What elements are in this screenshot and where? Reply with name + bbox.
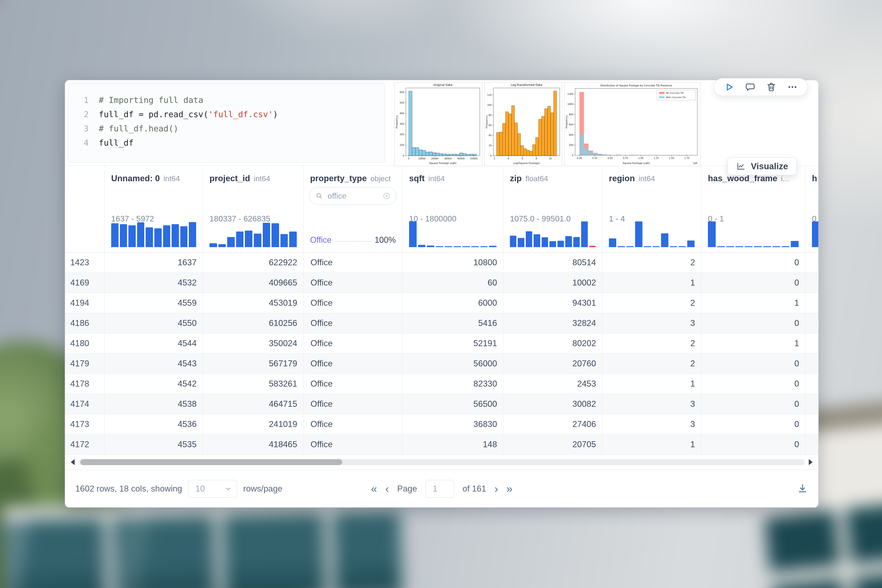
page-input[interactable]: 1: [425, 480, 454, 498]
code-line[interactable]: 1# Importing full data: [77, 93, 384, 107]
notebook-cell-card: 1# Importing full data2full_df = pd.read…: [65, 80, 819, 508]
histogram-bar: [218, 244, 226, 247]
table-cell: 0: [702, 435, 806, 454]
row-index-cell: 4180: [65, 333, 105, 353]
column-dtype: int64: [254, 174, 270, 183]
code-token: # Importing full data: [99, 95, 203, 105]
column-header-unnamed-0[interactable]: Unnamed: 0int641637 - 5972: [105, 166, 203, 252]
histogram-bar: [427, 246, 434, 247]
pagination: « ‹ Page 1 of 161 › »: [371, 480, 513, 498]
svg-text:0: 0: [490, 154, 492, 157]
table-cell: 20760: [504, 354, 603, 374]
table-cell: 1: [702, 293, 806, 313]
table-cell: 27406: [504, 414, 603, 434]
histogram-bar: [581, 221, 588, 247]
rows-per-page-select[interactable]: 10: [188, 480, 237, 498]
delete-cell-icon[interactable]: [766, 82, 777, 92]
histogram-missing-bar: [589, 246, 596, 247]
column-header-property-type[interactable]: property_typeobjectofficeOffice100%: [304, 166, 403, 252]
scroll-left-icon[interactable]: [71, 459, 75, 465]
comment-icon[interactable]: [745, 82, 756, 92]
run-cell-icon[interactable]: [724, 82, 734, 92]
row-index-cell: 4186: [65, 313, 105, 333]
column-name: Unnamed: 0: [111, 174, 160, 183]
line-number: 4: [77, 138, 88, 147]
histogram-bar: [745, 246, 753, 247]
table-row[interactable]: 41734536241019Office368302740630: [65, 414, 818, 435]
table-row[interactable]: 41804544350024Office521918020221: [65, 333, 818, 354]
table-row[interactable]: 41794543567179Office560002076020: [65, 354, 818, 374]
table-row[interactable]: 41944559453019Office60009430121: [65, 293, 818, 313]
column-header-h[interactable]: h0: [806, 166, 818, 252]
code-token: 'full_df.csv': [208, 110, 273, 119]
prev-page-button[interactable]: ‹: [385, 483, 389, 494]
table-cell: 1: [603, 273, 702, 292]
table-row[interactable]: 41724535418465Office1482070510: [65, 435, 818, 455]
last-page-button[interactable]: »: [507, 483, 513, 494]
visualize-label: Visualize: [751, 162, 788, 171]
column-histogram: [409, 221, 496, 247]
table-cell: 20705: [504, 435, 603, 454]
svg-text:1200: 1200: [567, 93, 573, 95]
table-row[interactable]: 14231637622922Office108008051420: [65, 253, 818, 273]
table-cell: Office: [304, 313, 403, 333]
row-index-cell: 4179: [65, 354, 105, 374]
svg-text:No Concrete Tilt: No Concrete Tilt: [666, 92, 684, 94]
svg-text:Original Data: Original Data: [434, 83, 453, 87]
more-options-icon[interactable]: [787, 82, 798, 92]
column-header-has-wood-frame[interactable]: has_wood_framei...0 - 1: [702, 166, 806, 252]
table-cell: Office: [304, 354, 403, 374]
property-type-filter-input[interactable]: office: [309, 187, 397, 205]
table-cell: 241019: [203, 414, 304, 434]
table-cell: 60: [403, 273, 504, 292]
histogram-bar: [573, 237, 580, 247]
row-index-cell: 4194: [65, 293, 105, 313]
table-cell: 4550: [105, 313, 203, 333]
scrollbar-thumb[interactable]: [80, 459, 342, 465]
column-histogram: [708, 221, 799, 247]
scrollbar-track[interactable]: [78, 459, 805, 465]
table-cell: 0: [702, 414, 806, 434]
column-header-project-id[interactable]: project_idint64180337 - 626835: [203, 166, 304, 252]
code-line[interactable]: 3# full_df.head(): [77, 121, 384, 135]
scroll-right-icon[interactable]: [809, 459, 813, 465]
table-cell: [806, 435, 818, 454]
table-cell: [806, 394, 818, 414]
next-page-button[interactable]: ›: [495, 483, 498, 494]
column-header-region[interactable]: regionint641 - 4: [603, 166, 702, 252]
rows-per-page-value: 10: [195, 484, 224, 494]
svg-text:Frequency: Frequency: [395, 115, 398, 128]
code-editor[interactable]: 1# Importing full data2full_df = pd.read…: [68, 83, 385, 163]
svg-text:40000: 40000: [457, 158, 465, 160]
horizontal-scrollbar: [65, 455, 818, 470]
column-dtype: int64: [428, 174, 445, 183]
page-label: Page: [397, 484, 417, 494]
first-page-button[interactable]: «: [371, 483, 377, 494]
histogram-bar: [436, 246, 443, 247]
table-row[interactable]: 41864550610256Office54163282430: [65, 313, 818, 333]
column-header-sqft[interactable]: sqftint6410 - 1800000: [403, 166, 504, 252]
table-cell: [806, 354, 818, 374]
background-detail: [0, 0, 8, 5]
download-icon[interactable]: [797, 483, 808, 495]
histogram-bar: [670, 246, 677, 247]
code-token: # full_df.head(): [99, 124, 178, 133]
table-row[interactable]: 41744538464715Office565003008230: [65, 394, 818, 414]
visualize-button[interactable]: Visualize: [728, 158, 797, 175]
column-header-zip[interactable]: zipfloat641075.0 - 99501.0: [504, 166, 603, 252]
svg-text:80: 80: [489, 114, 492, 117]
histogram-bar: [510, 236, 516, 247]
table-row[interactable]: 41694532409665Office601000210: [65, 273, 818, 293]
code-line[interactable]: 2full_df = pd.read_csv('full_df.csv'): [77, 107, 384, 121]
plot-original-data: 0100200300400500600010000200003000040000…: [394, 82, 482, 166]
histogram-bar: [812, 221, 818, 247]
histogram-bar: [254, 234, 261, 247]
code-line[interactable]: 4full_df: [77, 135, 384, 150]
histogram-bar: [146, 227, 153, 247]
clear-filter-icon[interactable]: [382, 192, 391, 200]
table-row[interactable]: 41784542583261Office82330245310: [65, 374, 818, 394]
table-cell: 622922: [203, 253, 304, 272]
column-value-summary: Office100%: [310, 235, 396, 245]
table-cell: [806, 293, 818, 313]
histogram-bar: [687, 240, 694, 247]
